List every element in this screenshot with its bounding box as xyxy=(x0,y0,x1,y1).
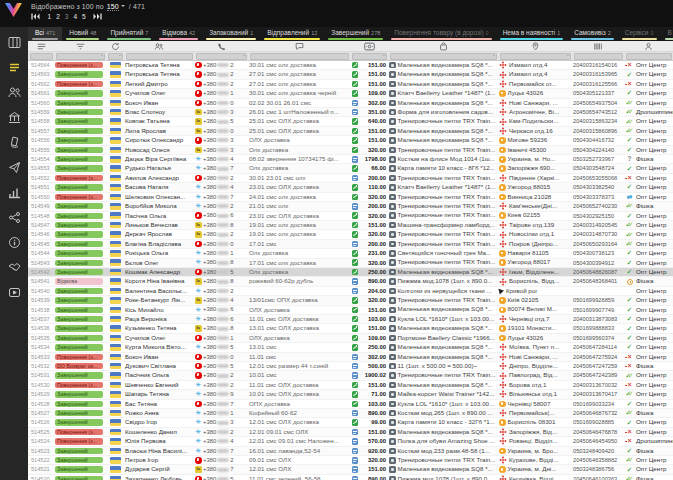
bank-icon[interactable] xyxy=(2,105,26,130)
order-row[interactable]: 514549 Завершений Воробйов Микола +380 2… xyxy=(28,202,673,211)
order-row[interactable]: 514534 Завершений Курта Микола Вікто... … xyxy=(28,343,673,352)
column-country[interactable] xyxy=(106,41,124,51)
customers-icon[interactable] xyxy=(2,80,26,105)
order-row[interactable]: 514528 Завершений Бас Тетяна +380 7 ОПХ … xyxy=(28,400,673,409)
order-row[interactable]: 514547 Завершений Линьков Вячеслав +380 … xyxy=(28,221,673,230)
order-row[interactable]: 514545 Завершений Благіна Владіслава +38… xyxy=(28,240,673,249)
first-page-button[interactable] xyxy=(31,13,40,20)
status-tab[interactable]: Новий48 xyxy=(62,27,103,41)
status-tab[interactable]: Завершений278 xyxy=(324,27,387,41)
order-row[interactable]: 514542 Завершений Кошмак Александр +380 … xyxy=(28,268,673,277)
column-status[interactable] xyxy=(54,41,106,51)
order-row[interactable]: 514537 Завершений Раца Вероніка +380 6 1… xyxy=(28,315,673,324)
order-row[interactable]: 514520 Завершений Захарченко Любовь +380… xyxy=(28,475,673,480)
column-phone[interactable] xyxy=(194,41,248,51)
order-row[interactable]: 514563 Завершений Петровська Тетяна +380… xyxy=(28,70,673,79)
column-product[interactable] xyxy=(388,41,498,51)
page-number[interactable]: 4 xyxy=(71,13,80,20)
status-tab[interactable]: Відправлений12 xyxy=(260,27,324,41)
filter-total[interactable] xyxy=(352,53,387,60)
order-row[interactable]: 514535 Завершений Сучилов Олег +380 1 ОЛ… xyxy=(28,334,673,343)
order-row[interactable]: 514531 Завершений Пасічник Ольга +380 2 … xyxy=(28,371,673,380)
page-number[interactable]: 2 xyxy=(54,13,63,20)
column-delivery-address[interactable] xyxy=(498,41,572,51)
order-row[interactable]: 514538 Завершений Кісь Михайло +380 6 ОЛ… xyxy=(28,306,673,315)
filter-product[interactable] xyxy=(390,53,497,60)
last-page-button[interactable] xyxy=(93,13,102,20)
order-row[interactable]: 514558 Завершений Ковпак Татьяна +380 5 … xyxy=(28,117,673,126)
order-row[interactable]: 514561 Завершений Сучилов Олег +380 1 30… xyxy=(28,89,673,98)
dashboard-board-icon[interactable] xyxy=(2,30,26,55)
column-total[interactable] xyxy=(350,41,388,51)
status-tab[interactable]: Нема в наявності1 xyxy=(496,27,568,41)
column-ttn[interactable] xyxy=(572,41,624,51)
order-row[interactable]: 514552 Повернення (з... Авилов Александр… xyxy=(28,174,673,183)
order-row[interactable]: 514562 Повернення (з... Легкий Дмитро +3… xyxy=(28,80,673,89)
page-size-selector[interactable]: 150 xyxy=(107,3,119,11)
order-row[interactable]: 514555 Завершений Новосад Олеся +380 3 О… xyxy=(28,146,673,155)
telephony-icon[interactable] xyxy=(2,130,26,155)
column-order-id[interactable] xyxy=(28,41,54,51)
order-row[interactable]: 514532 DO Возврат ок... Дукович Світлана… xyxy=(28,362,673,371)
column-comment[interactable] xyxy=(248,41,350,51)
order-row[interactable]: 514521 Завершений Дударев Сергій +380 7 … xyxy=(28,465,673,474)
column-customer[interactable] xyxy=(124,41,194,51)
column-partner[interactable] xyxy=(624,41,673,51)
status-tab[interactable]: Всі471 xyxy=(28,27,62,41)
page-number[interactable]: 1 xyxy=(45,13,54,20)
order-row[interactable]: 514526 Завершений Свідро Ігор +380 3 12.… xyxy=(28,418,673,427)
order-row[interactable]: 514554 Завершений Дацюк Віра Сергіївна +… xyxy=(28,155,673,164)
status-tab[interactable]: Запакований1 xyxy=(202,27,260,41)
order-row[interactable]: 514522 Завершений Петров Ігор +380 2 09.… xyxy=(28,456,673,465)
phone-censored xyxy=(217,392,229,396)
status-tab[interactable]: Сервіси0 xyxy=(618,27,661,41)
order-row[interactable]: 514524 Повернення (з... Юлія Первова +38… xyxy=(28,437,673,446)
order-row[interactable]: 514523 Завершений Власюк Ніна Василі... … xyxy=(28,447,673,456)
filter-customer[interactable] xyxy=(126,53,193,60)
order-row[interactable]: 514540 Завершений Валентина Васильє... +… xyxy=(28,287,673,296)
order-row[interactable]: 514550 Повернення (з... Шелковин Олексан… xyxy=(28,193,673,202)
order-row[interactable]: 514536 Завершений Кузьменко Тетяна +380 … xyxy=(28,324,673,333)
app-logo-icon[interactable] xyxy=(5,3,22,17)
order-row[interactable]: 514533 Повернення (з... Бокоч Иван +380 … xyxy=(28,353,673,362)
integrations-nodes-icon[interactable] xyxy=(2,205,26,230)
status-tab[interactable]: Прийнятий7 xyxy=(103,27,155,41)
status-tab[interactable]: В дорозі додому0 xyxy=(661,27,673,41)
video-tutorials-icon[interactable] xyxy=(2,280,26,305)
order-row[interactable]: 514529 Завершений Шапарь Тетяна +380 9 1… xyxy=(28,390,673,399)
order-row[interactable]: 514539 Завершений Роке-Бетанкурт Лін... … xyxy=(28,296,673,305)
send-icon[interactable] xyxy=(2,155,26,180)
order-row[interactable]: 514548 Завершений Пасічна Ольга +380 6 2… xyxy=(28,212,673,221)
order-row[interactable]: 514546 Завершений Деркач Ярослав +380 2 … xyxy=(28,230,673,239)
statistics-chart-icon[interactable] xyxy=(2,180,26,205)
order-row[interactable]: 514557 Завершений Лила Ярослав +380 0 25… xyxy=(28,127,673,136)
order-row[interactable]: 514556 Завершений Сиротюк Олександр +380… xyxy=(28,136,673,145)
filter-order-id[interactable] xyxy=(30,53,53,60)
status-tab[interactable]: Відмова42 xyxy=(155,27,202,41)
order-row[interactable]: 514559 Завершений Влас Слотноу +380 3 26… xyxy=(28,108,673,117)
order-row[interactable]: 514525 Повернення (з... Кошеленко Данил … xyxy=(28,428,673,437)
filter-comment[interactable] xyxy=(250,53,349,60)
filter-phone[interactable] xyxy=(196,53,247,60)
page-number[interactable]: 3 xyxy=(62,13,71,20)
order-row[interactable]: 514530 Повернення (з... Шевченко Евгений… xyxy=(28,381,673,390)
order-row[interactable]: 514527 Завершений Рожко Анна +380 1 Кофе… xyxy=(28,409,673,418)
order-row[interactable]: 514560 Завершений Бокоч Иван +380 0 02.0… xyxy=(28,99,673,108)
order-row[interactable]: 514553 Завершений Рудько Наталья +380 7 … xyxy=(28,164,673,173)
order-row[interactable]: 514544 Завершений Рокіцька Ольга +380 1 … xyxy=(28,249,673,258)
order-row[interactable]: 514551 Завершений Басова Наталя +380 4 2… xyxy=(28,183,673,192)
status-tab[interactable]: Самовивіз2 xyxy=(567,27,618,41)
orders-list-icon[interactable] xyxy=(2,55,26,80)
page-number[interactable]: 5 xyxy=(80,13,89,20)
filter-status[interactable] xyxy=(56,53,105,60)
status-tab[interactable]: Повернення товару (в дорозі)0 xyxy=(387,27,495,41)
order-row[interactable]: 514564 Повернення (з... Петровська Тетян… xyxy=(28,61,673,70)
order-row[interactable]: 514541 Відмова Коротя Ніна Іванівна +380… xyxy=(28,277,673,286)
info-icon[interactable] xyxy=(2,230,26,255)
filter-country[interactable] xyxy=(108,53,123,60)
filter-partner[interactable] xyxy=(626,53,672,60)
partners-handshake-icon[interactable] xyxy=(2,255,26,280)
filter-ttn[interactable] xyxy=(574,53,623,60)
filter-address[interactable] xyxy=(500,53,571,60)
order-row[interactable]: 514543 Завершений Бєлов Олег +380 8 17.0… xyxy=(28,259,673,268)
